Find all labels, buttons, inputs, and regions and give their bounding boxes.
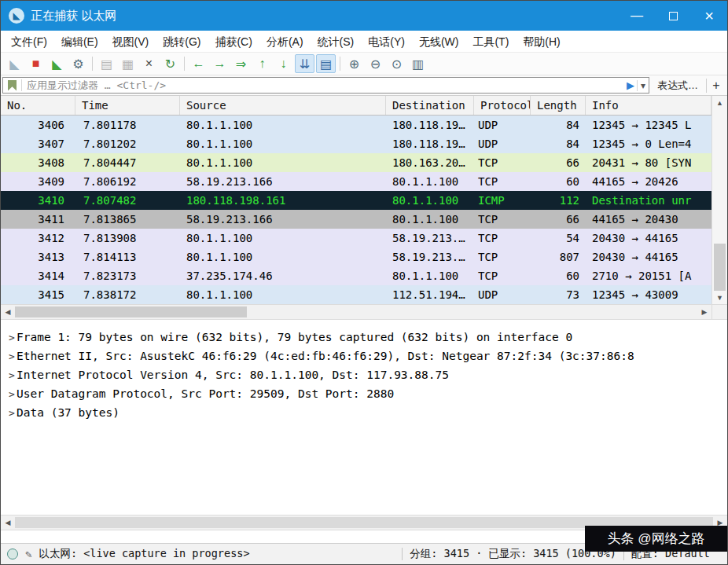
cell-protocol: UDP [474,285,531,304]
go-last-icon[interactable]: ↓ [274,54,293,73]
cell-length: 112 [531,191,586,210]
packet-row-3415[interactable]: 34157.83817280.1.1.100112.51.194…UDP7312… [1,285,711,304]
maximize-button[interactable] [655,1,691,31]
expand-chevron-icon[interactable]: > [1,369,17,381]
cell-no: 3414 [1,266,75,285]
menu-item[interactable]: 电话(Y) [361,31,412,53]
filter-dropdown-icon[interactable]: ▾ [637,80,645,91]
vscroll-thumb[interactable] [714,244,726,291]
menu-item[interactable]: 统计(S) [311,31,362,53]
go-back-icon[interactable]: ← [189,54,208,73]
resize-columns-icon[interactable]: ▥ [408,54,428,73]
menu-item[interactable]: 捕获(C) [208,31,259,53]
menu-item[interactable]: 帮助(H) [516,31,567,53]
menu-item[interactable]: 跳转(G) [156,31,208,53]
detail-text: Frame 1: 79 bytes on wire (632 bits), 79… [17,331,572,343]
menu-item[interactable]: 编辑(E) [54,31,105,53]
menu-item[interactable]: 分析(A) [259,31,311,53]
close-file-icon[interactable]: × [139,54,159,73]
zoom-out-icon[interactable]: ⊖ [366,54,385,73]
packet-list-vscrollbar[interactable]: ▲ ▼ [711,96,727,304]
colorize-icon[interactable]: ▤ [316,54,336,73]
packet-list-hscrollbar-row: ◀ ▶ [1,304,727,320]
column-header-no[interactable]: No. [1,96,75,115]
cell-protocol: TCP [474,248,531,266]
menu-item[interactable]: 工具(T) [465,31,516,53]
stop-capture-icon[interactable]: ■ [26,54,46,73]
expand-chevron-icon[interactable]: > [1,407,17,419]
column-header-destination[interactable]: Destination [386,96,474,115]
title-bar: ◣ 正在捕获 以太网 — × [1,1,727,31]
detail-line[interactable]: >User Datagram Protocol, Src Port: 29509… [1,384,727,403]
cell-time: 7.814113 [75,248,180,266]
expression-button[interactable]: 表达式… [649,79,706,93]
packet-row-3406[interactable]: 34067.80117880.1.1.100180.118.19…UDP8412… [1,116,711,134]
go-first-icon[interactable]: ↑ [252,54,272,73]
hscroll-thumb-1[interactable] [15,306,247,317]
cell-no: 3407 [1,134,75,153]
column-header-info[interactable]: Info [586,96,711,115]
apply-filter-icon[interactable]: ▶ [627,79,634,91]
packet-row-3409[interactable]: 34097.80619258.19.213.16680.1.1.100TCP60… [1,172,711,191]
vscroll-track[interactable] [712,109,727,291]
packet-row-3412[interactable]: 34127.81390880.1.1.10058.19.213.…TCP5420… [1,229,711,248]
detail-line[interactable]: >Data (37 bytes) [1,403,727,422]
zoom-in-icon[interactable]: ⊕ [344,54,364,73]
scroll-down-icon[interactable]: ▼ [712,291,727,304]
filter-placeholder: 应用显示过滤器 … <Ctrl-/> [27,79,624,93]
scrollbar-corner [711,305,727,319]
packet-row-3408[interactable]: 34087.80444780.1.1.100180.163.20…TCP6620… [1,153,711,172]
capture-options-icon[interactable]: ⚙ [68,54,88,73]
detail-line[interactable]: >Internet Protocol Version 4, Src: 80.1.… [1,365,727,384]
menu-item[interactable]: 视图(V) [105,31,156,53]
column-header-time[interactable]: Time [75,96,180,115]
start-capture-icon[interactable]: ◣ [5,54,24,73]
cell-time: 7.804447 [75,153,180,172]
column-header-length[interactable]: Length [531,96,586,115]
cell-source: 37.235.174.46 [180,266,386,285]
cell-length: 66 [531,153,586,172]
column-header-protocol[interactable]: Protocol [474,96,531,115]
detail-line[interactable]: >Ethernet II, Src: AsustekC_46:f6:29 (4c… [1,347,727,365]
packet-row-3407[interactable]: 34077.80120280.1.1.100180.118.19…UDP8412… [1,134,711,153]
filter-bookmark-icon[interactable] [8,80,17,91]
packet-row-3413[interactable]: 34137.81411380.1.1.10058.19.213.…TCP8072… [1,248,711,266]
display-filter-input[interactable]: 应用显示过滤器 … <Ctrl-/> ▶ ▾ [2,77,649,94]
filter-separator [21,79,22,91]
packet-row-3414[interactable]: 34147.82317337.235.174.4680.1.1.100TCP60… [1,266,711,285]
expand-chevron-icon[interactable]: > [1,388,17,400]
open-file-icon[interactable]: ▤ [97,54,116,73]
scroll-right-icon[interactable]: ▶ [697,305,711,319]
add-filter-button[interactable]: + [707,79,726,93]
expand-chevron-icon[interactable]: > [1,332,17,343]
menu-item[interactable]: 无线(W) [412,31,466,53]
scroll-left-icon[interactable]: ◀ [1,305,15,319]
auto-scroll-icon[interactable]: ⇊ [295,54,314,73]
cell-protocol: UDP [474,116,531,134]
go-forward-icon[interactable]: → [210,54,230,73]
packet-list-hscrollbar[interactable]: ◀ ▶ [1,305,711,319]
packet-row-3411[interactable]: 34117.81386558.19.213.16680.1.1.100TCP66… [1,210,711,229]
expert-info-icon[interactable] [7,548,18,559]
close-button[interactable]: × [691,1,727,31]
zoom-reset-icon[interactable]: ⊙ [387,54,406,73]
scroll-up-icon[interactable]: ▲ [712,96,727,109]
detail-line[interactable]: >Frame 1: 79 bytes on wire (632 bits), 7… [1,328,727,347]
cell-source: 80.1.1.100 [180,134,386,153]
go-to-packet-icon[interactable]: ⇒ [231,54,251,73]
expand-chevron-icon[interactable]: > [1,350,17,362]
save-file-icon[interactable]: ▦ [118,54,138,73]
cell-time: 7.807482 [75,191,180,210]
column-header-source[interactable]: Source [180,96,386,115]
menu-item[interactable]: 文件(F) [4,31,54,53]
minimize-button[interactable]: — [619,1,655,31]
cell-length: 60 [531,172,586,191]
hscroll-track-1[interactable] [15,305,697,319]
cell-info: 2710 → 20151 [A [586,266,711,285]
reload-icon[interactable]: ↻ [160,54,180,73]
capture-comment-icon[interactable]: ✎ [25,548,31,560]
cell-protocol: TCP [474,229,531,248]
packet-row-3410[interactable]: 34107.807482180.118.198.16180.1.1.100ICM… [1,191,711,210]
restart-capture-icon[interactable]: ◣ [47,54,67,73]
scroll-left-icon-2[interactable]: ◀ [1,515,15,530]
